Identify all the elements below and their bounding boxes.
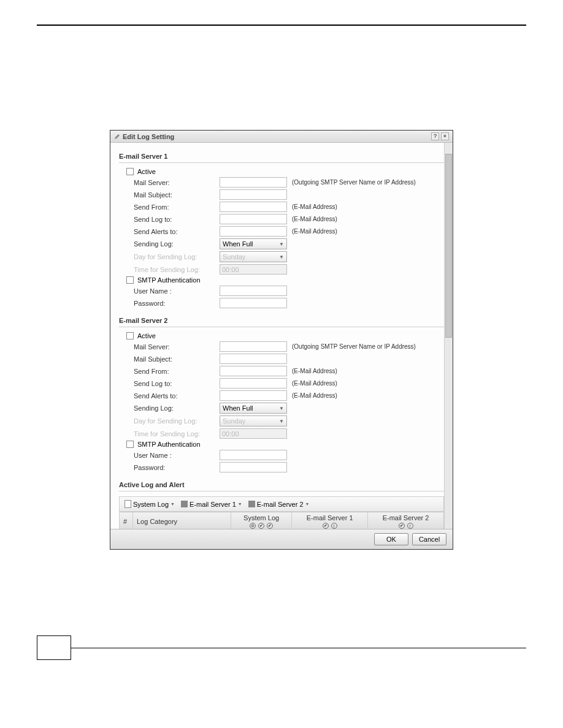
scrollbar[interactable] — [444, 143, 453, 529]
scroll-thumb[interactable] — [445, 154, 452, 338]
mail-subject-input-1[interactable] — [220, 189, 287, 200]
send-alerts-to-label: Send Alerts to: — [134, 228, 220, 235]
active-checkbox-2[interactable] — [126, 332, 134, 339]
password-input-1[interactable] — [220, 298, 287, 308]
dialog-title-text: Edit Log Setting — [123, 133, 174, 140]
day-for-sending-value: Sunday — [223, 417, 245, 425]
col-label: System Log — [235, 514, 288, 521]
check-icon[interactable]: ✔ — [267, 523, 273, 529]
send-from-input-1[interactable] — [220, 202, 287, 212]
send-from-label: Send From: — [134, 203, 220, 211]
mail-server-label: Mail Server: — [134, 179, 220, 186]
col-email-server-2[interactable]: E-mail Server 2 ✔! — [368, 512, 444, 529]
day-for-sending-label: Day for Sending Log: — [134, 253, 220, 260]
check-icon[interactable]: ✔ — [399, 523, 405, 529]
sending-log-select-2[interactable]: When Full▼ — [220, 403, 287, 414]
chevron-down-icon: ▼ — [279, 241, 284, 247]
top-rule — [37, 25, 526, 26]
dialog-footer: OK Cancel — [110, 529, 453, 549]
send-from-hint: (E-Mail Address) — [292, 203, 337, 210]
sending-log-value: When Full — [223, 404, 253, 412]
alert-icon[interactable]: ! — [407, 523, 413, 529]
toolbar-label: E-mail Server 2 — [257, 501, 304, 508]
username-label: User Name : — [134, 287, 220, 295]
password-label: Password: — [134, 300, 220, 307]
send-alerts-to-input-2[interactable] — [220, 390, 287, 401]
section-active-log: Active Log and Alert — [119, 481, 444, 488]
day-for-sending-select-1: Sunday▼ — [220, 251, 287, 262]
col-category[interactable]: Log Category — [133, 512, 231, 529]
help-button[interactable]: ? — [431, 132, 439, 140]
send-alerts-to-hint: (E-Mail Address) — [292, 228, 337, 235]
send-from-hint: (E-Mail Address) — [292, 368, 337, 374]
username-input-1[interactable] — [220, 286, 287, 296]
username-input-2[interactable] — [220, 450, 287, 460]
send-log-to-label: Send Log to: — [134, 380, 220, 387]
active-checkbox-1[interactable] — [126, 168, 134, 175]
day-for-sending-value: Sunday — [223, 253, 245, 260]
ok-button[interactable]: OK — [374, 533, 408, 545]
cancel-button[interactable]: Cancel — [412, 533, 446, 545]
toolbar-email-server-2[interactable]: E-mail Server 2▼ — [248, 501, 310, 508]
mail-server-input-2[interactable] — [220, 341, 287, 352]
log-toolbar: System Log▼ E-mail Server 1▼ E-mail Serv… — [119, 496, 444, 512]
sending-log-select-1[interactable]: When Full▼ — [220, 238, 287, 249]
alert-icon[interactable]: ! — [331, 523, 337, 529]
section-rule — [119, 327, 444, 327]
active-label: Active — [137, 168, 156, 175]
time-for-sending-input-1 — [220, 264, 287, 275]
chevron-down-icon: ▼ — [279, 406, 284, 411]
mail-server-hint: (Outgoing SMTP Server Name or IP Address… — [292, 179, 416, 186]
time-for-sending-label: Time for Sending Log: — [134, 430, 220, 438]
col-email-server-1[interactable]: E-mail Server 1 ✔! — [292, 512, 368, 529]
mail-server-input-1[interactable] — [220, 177, 287, 188]
day-for-sending-select-2: Sunday▼ — [220, 415, 287, 427]
smtp-auth-checkbox-2[interactable] — [126, 441, 134, 448]
dialog: manualshive.com Edit Log Setting ? × E-m… — [110, 130, 453, 550]
send-alerts-to-input-1[interactable] — [220, 226, 287, 237]
section-rule — [119, 162, 444, 163]
check-icon[interactable]: ✔ — [323, 523, 329, 529]
chevron-down-icon: ▼ — [238, 502, 242, 506]
send-alerts-to-label: Send Alerts to: — [134, 392, 220, 400]
time-for-sending-input-2 — [220, 428, 287, 439]
section-rule — [119, 491, 444, 491]
col-label: E-mail Server 1 — [296, 514, 364, 521]
col-system-log[interactable]: System Log ⊘✔✔ — [231, 512, 292, 529]
mail-server-hint: (Outgoing SMTP Server Name or IP Address… — [292, 343, 416, 350]
sending-log-label: Sending Log: — [134, 404, 220, 412]
toolbar-email-server-1[interactable]: E-mail Server 1▼ — [181, 501, 242, 508]
close-button[interactable]: × — [441, 132, 449, 140]
square-icon — [181, 501, 188, 507]
password-label: Password: — [134, 464, 220, 471]
send-log-to-input-1[interactable] — [220, 214, 287, 224]
square-icon — [248, 501, 255, 507]
toolbar-label: System Log — [133, 501, 169, 508]
smtp-auth-checkbox-1[interactable] — [126, 276, 134, 284]
send-log-to-hint: (E-Mail Address) — [292, 216, 337, 222]
password-input-2[interactable] — [220, 462, 287, 472]
section-email-server-1: E-mail Server 1 — [119, 153, 444, 160]
send-log-to-input-2[interactable] — [220, 378, 287, 389]
username-label: User Name : — [134, 452, 220, 459]
send-from-input-2[interactable] — [220, 366, 287, 376]
send-from-label: Send From: — [134, 368, 220, 375]
dialog-title: Edit Log Setting — [114, 133, 174, 140]
time-for-sending-label: Time for Sending Log: — [134, 266, 220, 273]
active-label: Active — [137, 332, 156, 339]
sending-log-value: When Full — [223, 240, 253, 248]
smtp-auth-label: SMTP Authentication — [137, 276, 201, 284]
col-num[interactable]: # — [120, 512, 133, 529]
mail-subject-input-2[interactable] — [220, 354, 287, 364]
toolbar-system-log[interactable]: System Log▼ — [124, 500, 175, 508]
disable-icon[interactable]: ⊘ — [250, 523, 256, 529]
smtp-auth-label: SMTP Authentication — [137, 441, 201, 448]
sending-log-label: Sending Log: — [134, 240, 220, 248]
check-icon[interactable]: ✔ — [258, 523, 264, 529]
chevron-down-icon: ▼ — [279, 254, 284, 260]
log-table: # Log Category System Log ⊘✔✔ E-mail Ser… — [119, 512, 444, 529]
page-number-box — [37, 635, 71, 660]
mail-server-label: Mail Server: — [134, 343, 220, 351]
pencil-icon — [114, 134, 120, 140]
col-label: E-mail Server 2 — [372, 514, 440, 521]
